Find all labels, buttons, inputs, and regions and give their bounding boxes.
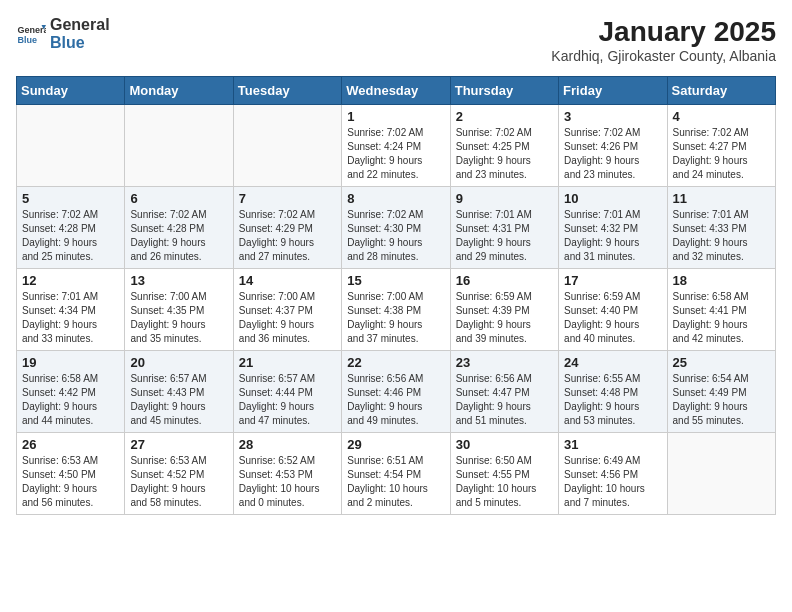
calendar-cell: 18Sunrise: 6:58 AM Sunset: 4:41 PM Dayli… (667, 269, 775, 351)
calendar-cell: 8Sunrise: 7:02 AM Sunset: 4:30 PM Daylig… (342, 187, 450, 269)
calendar-header-row: SundayMondayTuesdayWednesdayThursdayFrid… (17, 77, 776, 105)
calendar-cell: 7Sunrise: 7:02 AM Sunset: 4:29 PM Daylig… (233, 187, 341, 269)
svg-text:General: General (18, 24, 47, 34)
calendar-week-row: 5Sunrise: 7:02 AM Sunset: 4:28 PM Daylig… (17, 187, 776, 269)
day-number: 16 (456, 273, 553, 288)
calendar-cell (667, 433, 775, 515)
day-number: 13 (130, 273, 227, 288)
day-number: 21 (239, 355, 336, 370)
day-info: Sunrise: 6:53 AM Sunset: 4:52 PM Dayligh… (130, 454, 227, 510)
calendar-cell: 14Sunrise: 7:00 AM Sunset: 4:37 PM Dayli… (233, 269, 341, 351)
calendar-cell: 4Sunrise: 7:02 AM Sunset: 4:27 PM Daylig… (667, 105, 775, 187)
day-number: 24 (564, 355, 661, 370)
day-info: Sunrise: 6:50 AM Sunset: 4:55 PM Dayligh… (456, 454, 553, 510)
calendar-cell: 11Sunrise: 7:01 AM Sunset: 4:33 PM Dayli… (667, 187, 775, 269)
calendar-cell: 19Sunrise: 6:58 AM Sunset: 4:42 PM Dayli… (17, 351, 125, 433)
day-info: Sunrise: 7:00 AM Sunset: 4:35 PM Dayligh… (130, 290, 227, 346)
page-header: General Blue General Blue January 2025 K… (16, 16, 776, 64)
weekday-header: Saturday (667, 77, 775, 105)
day-number: 30 (456, 437, 553, 452)
day-info: Sunrise: 7:01 AM Sunset: 4:33 PM Dayligh… (673, 208, 770, 264)
day-info: Sunrise: 7:00 AM Sunset: 4:38 PM Dayligh… (347, 290, 444, 346)
page-title: January 2025 (551, 16, 776, 48)
title-block: January 2025 Kardhiq, Gjirokaster County… (551, 16, 776, 64)
calendar-cell: 2Sunrise: 7:02 AM Sunset: 4:25 PM Daylig… (450, 105, 558, 187)
calendar-cell: 1Sunrise: 7:02 AM Sunset: 4:24 PM Daylig… (342, 105, 450, 187)
day-info: Sunrise: 7:01 AM Sunset: 4:34 PM Dayligh… (22, 290, 119, 346)
calendar-cell: 17Sunrise: 6:59 AM Sunset: 4:40 PM Dayli… (559, 269, 667, 351)
day-number: 22 (347, 355, 444, 370)
svg-text:Blue: Blue (18, 35, 38, 45)
logo-icon: General Blue (16, 19, 46, 49)
calendar-week-row: 12Sunrise: 7:01 AM Sunset: 4:34 PM Dayli… (17, 269, 776, 351)
weekday-header: Monday (125, 77, 233, 105)
day-info: Sunrise: 7:02 AM Sunset: 4:28 PM Dayligh… (22, 208, 119, 264)
day-info: Sunrise: 7:02 AM Sunset: 4:24 PM Dayligh… (347, 126, 444, 182)
day-number: 11 (673, 191, 770, 206)
calendar-table: SundayMondayTuesdayWednesdayThursdayFrid… (16, 76, 776, 515)
day-info: Sunrise: 6:52 AM Sunset: 4:53 PM Dayligh… (239, 454, 336, 510)
day-number: 8 (347, 191, 444, 206)
weekday-header: Friday (559, 77, 667, 105)
calendar-cell: 22Sunrise: 6:56 AM Sunset: 4:46 PM Dayli… (342, 351, 450, 433)
day-number: 20 (130, 355, 227, 370)
day-number: 10 (564, 191, 661, 206)
day-number: 12 (22, 273, 119, 288)
day-number: 15 (347, 273, 444, 288)
day-info: Sunrise: 6:54 AM Sunset: 4:49 PM Dayligh… (673, 372, 770, 428)
day-number: 29 (347, 437, 444, 452)
day-info: Sunrise: 6:59 AM Sunset: 4:39 PM Dayligh… (456, 290, 553, 346)
calendar-cell: 6Sunrise: 7:02 AM Sunset: 4:28 PM Daylig… (125, 187, 233, 269)
calendar-cell: 24Sunrise: 6:55 AM Sunset: 4:48 PM Dayli… (559, 351, 667, 433)
day-info: Sunrise: 6:55 AM Sunset: 4:48 PM Dayligh… (564, 372, 661, 428)
day-number: 4 (673, 109, 770, 124)
day-number: 2 (456, 109, 553, 124)
day-info: Sunrise: 6:56 AM Sunset: 4:46 PM Dayligh… (347, 372, 444, 428)
calendar-cell: 29Sunrise: 6:51 AM Sunset: 4:54 PM Dayli… (342, 433, 450, 515)
day-number: 3 (564, 109, 661, 124)
day-info: Sunrise: 6:58 AM Sunset: 4:42 PM Dayligh… (22, 372, 119, 428)
calendar-cell: 31Sunrise: 6:49 AM Sunset: 4:56 PM Dayli… (559, 433, 667, 515)
calendar-cell: 10Sunrise: 7:01 AM Sunset: 4:32 PM Dayli… (559, 187, 667, 269)
day-info: Sunrise: 7:02 AM Sunset: 4:30 PM Dayligh… (347, 208, 444, 264)
day-info: Sunrise: 6:57 AM Sunset: 4:44 PM Dayligh… (239, 372, 336, 428)
calendar-cell: 5Sunrise: 7:02 AM Sunset: 4:28 PM Daylig… (17, 187, 125, 269)
day-number: 19 (22, 355, 119, 370)
day-number: 27 (130, 437, 227, 452)
weekday-header: Sunday (17, 77, 125, 105)
day-info: Sunrise: 7:01 AM Sunset: 4:32 PM Dayligh… (564, 208, 661, 264)
day-info: Sunrise: 7:02 AM Sunset: 4:28 PM Dayligh… (130, 208, 227, 264)
day-number: 6 (130, 191, 227, 206)
day-info: Sunrise: 7:02 AM Sunset: 4:26 PM Dayligh… (564, 126, 661, 182)
day-number: 23 (456, 355, 553, 370)
weekday-header: Thursday (450, 77, 558, 105)
calendar-week-row: 19Sunrise: 6:58 AM Sunset: 4:42 PM Dayli… (17, 351, 776, 433)
calendar-week-row: 26Sunrise: 6:53 AM Sunset: 4:50 PM Dayli… (17, 433, 776, 515)
day-info: Sunrise: 6:49 AM Sunset: 4:56 PM Dayligh… (564, 454, 661, 510)
calendar-cell: 25Sunrise: 6:54 AM Sunset: 4:49 PM Dayli… (667, 351, 775, 433)
day-number: 1 (347, 109, 444, 124)
day-number: 26 (22, 437, 119, 452)
calendar-cell: 21Sunrise: 6:57 AM Sunset: 4:44 PM Dayli… (233, 351, 341, 433)
day-number: 18 (673, 273, 770, 288)
day-info: Sunrise: 7:02 AM Sunset: 4:27 PM Dayligh… (673, 126, 770, 182)
day-number: 5 (22, 191, 119, 206)
day-info: Sunrise: 7:00 AM Sunset: 4:37 PM Dayligh… (239, 290, 336, 346)
calendar-cell: 23Sunrise: 6:56 AM Sunset: 4:47 PM Dayli… (450, 351, 558, 433)
weekday-header: Wednesday (342, 77, 450, 105)
calendar-cell: 15Sunrise: 7:00 AM Sunset: 4:38 PM Dayli… (342, 269, 450, 351)
day-number: 28 (239, 437, 336, 452)
day-info: Sunrise: 7:02 AM Sunset: 4:25 PM Dayligh… (456, 126, 553, 182)
day-number: 31 (564, 437, 661, 452)
logo: General Blue General Blue (16, 16, 110, 51)
calendar-cell (233, 105, 341, 187)
calendar-cell (17, 105, 125, 187)
logo-general-text: General (50, 16, 110, 34)
calendar-cell (125, 105, 233, 187)
day-number: 25 (673, 355, 770, 370)
day-number: 7 (239, 191, 336, 206)
calendar-cell: 12Sunrise: 7:01 AM Sunset: 4:34 PM Dayli… (17, 269, 125, 351)
calendar-cell: 30Sunrise: 6:50 AM Sunset: 4:55 PM Dayli… (450, 433, 558, 515)
day-number: 14 (239, 273, 336, 288)
day-info: Sunrise: 7:02 AM Sunset: 4:29 PM Dayligh… (239, 208, 336, 264)
